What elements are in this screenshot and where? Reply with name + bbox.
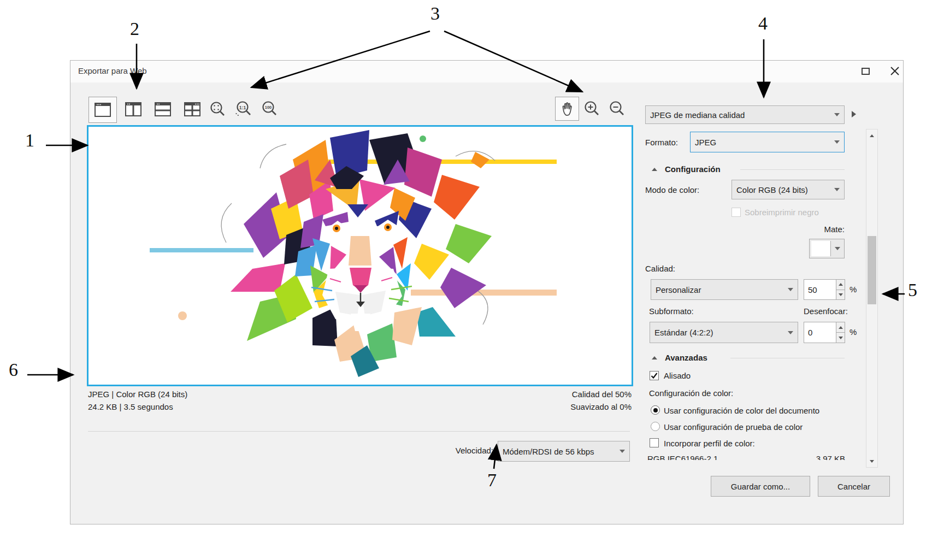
preview-size-time-info: 24.2 KB | 3.5 segundos [88,402,173,411]
page: Exportar para Web [0,0,938,560]
preview-pane[interactable] [87,125,633,386]
scrollbar-up-button[interactable] [866,129,877,142]
zoom-out-icon [609,100,626,117]
callout-4: 4 [758,13,768,34]
preview-image-lion-artwork [150,128,565,385]
chevron-down-icon [788,288,793,291]
chevron-right-icon [852,111,856,117]
zoom-1-1-button[interactable]: 1:1 [233,98,255,121]
collapse-section-icon[interactable] [652,168,657,171]
use-proof-color-radio[interactable] [651,422,660,431]
format-value: JPEG [695,138,834,147]
speed-label: Velocidad: [399,446,493,455]
subformat-dropdown[interactable]: Estándar (4:2:2) [650,322,798,343]
chevron-down-icon [788,331,793,334]
embed-color-profile-label: Incorporar perfil de color: [664,439,755,448]
cancel-button[interactable]: Cancelar [818,476,890,497]
preset-flyout-button[interactable] [852,111,856,117]
preset-value: JPEG de mediana calidad [650,110,834,120]
blur-spinner[interactable]: 0 [804,322,845,343]
scroll-up-icon [870,134,874,137]
quality-preset-dropdown[interactable]: Personalizar [651,279,798,300]
callout-2: 2 [130,19,139,39]
color-mode-label: Modo de color: [645,185,699,194]
zoom-1-1-icon: 1:1 [234,100,253,119]
quality-label: Calidad: [645,264,675,273]
zoom-100-icon: 100 [260,100,279,119]
four-panes-icon [184,102,201,117]
zoom-out-button[interactable] [606,98,628,120]
embed-color-profile-checkbox[interactable] [650,438,659,447]
overprint-black-label: Sobreimprimir negro [745,208,819,217]
antialias-checkbox[interactable] [650,371,659,380]
preview-format-info: JPEG | Color RGB (24 bits) [88,390,187,399]
preview-smoothing-info: Suavizado al 0% [524,402,632,411]
callout-6: 6 [9,359,18,380]
preview-quality-info: Calidad del 50% [524,390,632,399]
format-dropdown[interactable]: JPEG [690,132,845,152]
zoom-100-button[interactable]: 100 [258,98,280,121]
spinner-down-icon [839,293,843,296]
single-pane-icon [94,102,111,117]
quality-percent-label: % [849,285,857,294]
scrollbar-thumb[interactable] [868,236,876,304]
chevron-down-icon [835,247,840,250]
quality-spinner-value[interactable]: 50 [804,279,836,300]
preview-footer-divider [88,431,630,432]
preview-two-horizontal-button[interactable] [149,97,176,122]
save-as-button[interactable]: Guardar como... [711,476,810,497]
speed-value: Módem/RDSI de 56 kbps [503,447,620,456]
hand-icon [560,101,574,116]
svg-text:100: 100 [265,105,272,110]
blur-percent-label: % [849,327,857,337]
two-vertical-panes-icon [125,102,142,117]
subformat-value: Estándar (4:2:2) [654,328,788,337]
format-label: Formato: [645,138,678,147]
zoom-in-button[interactable] [581,98,603,120]
blur-label: Desenfocar: [804,306,848,316]
callout-1: 1 [25,130,34,151]
maximize-icon[interactable] [862,68,870,75]
color-profile-name: RGB IEC61966-2.1 [647,454,718,460]
dialog-titlebar[interactable] [70,61,903,82]
color-settings-label: Configuración de color: [649,388,733,398]
radio-dot [653,408,658,412]
checkmark-icon [650,372,658,380]
panel-scrollbar[interactable] [866,129,878,468]
overprint-black-checkbox[interactable] [731,208,741,217]
color-mode-value: Color RGB (24 bits) [736,185,834,194]
spinner-down-button[interactable] [836,290,845,300]
preset-dropdown[interactable]: JPEG de mediana calidad [645,105,845,124]
matte-color-swatch [811,241,831,256]
preview-two-vertical-button[interactable] [120,97,147,122]
spinner-up-icon [839,283,843,286]
quality-preset-value: Personalizar [656,285,788,294]
matte-dropdown-button[interactable] [831,239,844,258]
use-document-color-radio[interactable] [651,405,660,415]
callout-3: 3 [430,3,440,24]
chevron-down-icon [834,140,840,144]
zoom-to-fit-button[interactable] [207,98,229,121]
speed-dropdown[interactable]: Módem/RDSI de 56 kbps [498,441,630,462]
spinner-down-button[interactable] [836,333,845,343]
preview-four-panes-button[interactable] [179,97,206,122]
two-horizontal-panes-icon [154,102,172,117]
subformat-label: Subformato: [649,306,694,316]
collapse-section-icon[interactable] [652,356,657,359]
color-mode-dropdown[interactable]: Color RGB (24 bits) [731,180,845,199]
preview-single-pane-button[interactable] [89,97,117,123]
matte-color-picker[interactable] [809,239,845,258]
pan-tool-button[interactable] [555,97,579,121]
color-profile-size: 3.97 KB [816,454,845,460]
spinner-up-button[interactable] [836,322,845,333]
scrollbar-down-button[interactable] [866,455,877,467]
close-icon[interactable] [890,66,900,76]
spinner-up-button[interactable] [836,280,845,290]
svg-text:1:1: 1:1 [239,105,246,110]
quality-spinner[interactable]: 50 [804,279,845,300]
blur-spinner-value[interactable]: 0 [804,322,836,343]
advanced-section-header[interactable]: Avanzadas [665,353,707,362]
scroll-down-icon [870,460,874,463]
chevron-down-icon [834,113,840,116]
configuration-section-header[interactable]: Configuración [665,164,721,174]
